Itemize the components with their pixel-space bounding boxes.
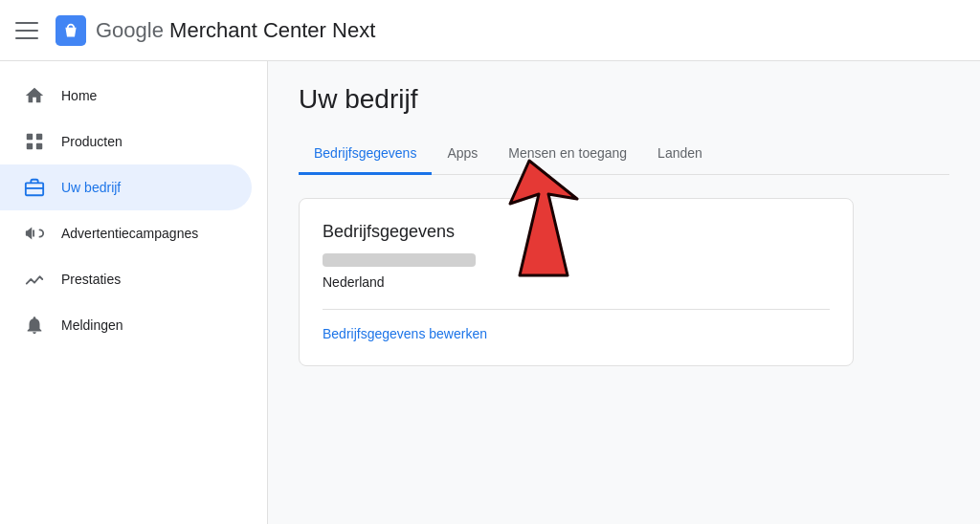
svg-marker-8	[510, 161, 577, 275]
page-title: Uw bedrijf	[299, 84, 949, 115]
main-layout: Home Producten Uw	[0, 61, 980, 524]
ads-icon	[23, 222, 46, 245]
sidebar-meldingen-label: Meldingen	[61, 317, 123, 333]
tab-landen[interactable]: Landen	[642, 134, 718, 175]
sidebar-item-advertenties[interactable]: Advertentiecampagnes	[0, 210, 252, 256]
sidebar-item-producten[interactable]: Producten	[0, 119, 252, 164]
sidebar-advertenties-label: Advertentiecampagnes	[61, 226, 198, 241]
prestaties-icon	[23, 268, 46, 291]
bedrijfsgegevens-card: Bedrijfsgegevens Nederland Bedrijfsgegev…	[299, 198, 854, 366]
tabs-bar: Bedrijfsgegevens Apps Mensen en toegang …	[299, 134, 949, 175]
svg-rect-2	[36, 134, 42, 140]
meldingen-icon	[23, 314, 46, 337]
svg-rect-3	[27, 143, 33, 149]
tab-mensen-en-toegang[interactable]: Mensen en toegang	[493, 134, 642, 175]
sidebar-bedrijf-label: Uw bedrijf	[61, 180, 121, 195]
svg-rect-5	[26, 183, 43, 195]
producten-icon	[23, 130, 46, 153]
sidebar-prestaties-label: Prestaties	[61, 272, 121, 287]
sidebar-item-home[interactable]: Home	[0, 73, 252, 119]
svg-rect-4	[36, 143, 42, 149]
tab-bedrijfsgegevens[interactable]: Bedrijfsgegevens	[299, 134, 432, 175]
sidebar-item-meldingen[interactable]: Meldingen	[0, 302, 252, 348]
app-header: Google Merchant Center Next	[0, 0, 980, 61]
sidebar-producten-label: Producten	[61, 134, 122, 149]
menu-icon[interactable]	[15, 19, 38, 42]
home-icon	[23, 84, 46, 107]
app-logo	[54, 13, 88, 48]
card-title: Bedrijfsgegevens	[323, 222, 830, 242]
sidebar-item-uw-bedrijf[interactable]: Uw bedrijf	[0, 164, 252, 210]
header-title: Google Merchant Center Next	[96, 18, 375, 43]
card-country: Nederland	[323, 274, 830, 290]
card-divider	[323, 309, 830, 310]
tab-apps[interactable]: Apps	[432, 134, 493, 175]
sidebar-home-label: Home	[61, 88, 97, 103]
card-blurred-name	[323, 253, 476, 267]
sidebar: Home Producten Uw	[0, 61, 268, 524]
edit-link[interactable]: Bedrijfsgegevens bewerken	[323, 326, 487, 341]
svg-rect-1	[27, 134, 33, 140]
bedrijf-icon	[23, 176, 46, 199]
sidebar-item-prestaties[interactable]: Prestaties	[0, 256, 252, 302]
main-content: Uw bedrijf Bedrijfsgegevens Apps Mensen …	[268, 61, 980, 524]
